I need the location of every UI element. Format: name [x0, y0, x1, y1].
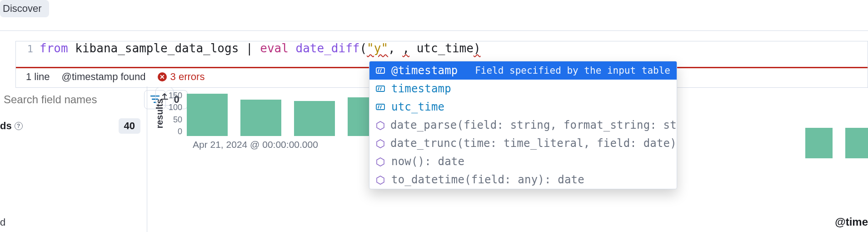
function-icon [376, 121, 385, 129]
fields-sidebar: 0 ds ? 40 d [0, 86, 147, 232]
help-icon[interactable]: ? [15, 122, 23, 130]
chart-xlabel: Apr 21, 2024 @ 00:00:00.000 [193, 139, 318, 150]
sep-1: , [388, 41, 395, 55]
cutoff-text: d [0, 217, 5, 228]
suggest-item[interactable]: to_datetime(field: any): date [369, 171, 677, 189]
time-field-label: @time [835, 216, 868, 228]
autocomplete-popover[interactable]: @timestamp Field specified by the input … [369, 61, 677, 189]
arg-1: "y" [367, 41, 388, 55]
suggest-item-selected[interactable]: @timestamp Field specified by the input … [369, 61, 677, 80]
suggest-label: timestamp [391, 82, 451, 95]
svg-rect-0 [376, 68, 384, 73]
ytick: 150 [169, 91, 182, 101]
suggest-label: date_trunc(time: time_literal, field: da… [390, 137, 677, 150]
suggest-label: date_parse(field: string, format_string:… [390, 119, 677, 131]
field-search-input[interactable] [0, 92, 140, 107]
field-icon [376, 103, 386, 111]
bar [187, 94, 228, 136]
suggest-label: now(): date [391, 155, 464, 168]
function-icon [376, 139, 385, 147]
suggest-item[interactable]: timestamp [369, 80, 677, 98]
bars-right-overflow [805, 113, 868, 158]
suggest-label: utc_time [391, 101, 444, 113]
breadcrumb-current[interactable]: Discover [0, 0, 49, 17]
top-bar: Discover [0, 0, 868, 31]
suggest-label: to_datetime(field: any): date [391, 173, 584, 186]
histogram-chart: results 150 100 50 0 [155, 91, 389, 136]
function-icon [376, 157, 386, 166]
suggest-description: Field specified by the input table [475, 65, 670, 76]
bar [805, 128, 833, 158]
paren-open: ( [359, 41, 367, 55]
suggest-item[interactable]: now(): date [369, 152, 677, 171]
arg-gap [395, 41, 403, 55]
svg-rect-1 [376, 86, 384, 91]
table-name: kibana_sample_data_logs [75, 41, 239, 55]
chart-ylabel: results [155, 99, 165, 129]
breadcrumb-label: Discover [3, 3, 42, 14]
error-count[interactable]: ✕ 3 errors [158, 71, 205, 83]
y-axis: 150 100 50 0 [169, 91, 182, 136]
field-search-row: 0 [0, 90, 147, 116]
status-lines: 1 line [26, 71, 50, 83]
keyword-from: from [40, 41, 68, 55]
svg-rect-2 [376, 104, 384, 110]
suggest-item[interactable]: date_parse(field: string, format_string:… [369, 116, 677, 134]
ytick: 50 [173, 115, 182, 125]
code-text[interactable]: from kibana_sample_data_logs | eval date… [40, 41, 481, 55]
fn-name: date_diff [296, 41, 360, 55]
suggest-item[interactable]: utc_time [369, 98, 677, 116]
function-icon [376, 176, 386, 184]
field-icon [376, 66, 386, 75]
fields-count-badge: 40 [119, 118, 140, 134]
status-timestamp-found: @timestamp found [62, 71, 146, 83]
bar [294, 101, 335, 136]
field-icon [376, 85, 386, 93]
error-label: 3 errors [170, 71, 205, 83]
arg-3: utc_time [409, 41, 474, 55]
suggest-item[interactable]: date_trunc(time: time_literal, field: da… [369, 134, 677, 152]
pipe-operator: | [239, 41, 260, 55]
paren-close: ) [474, 41, 481, 55]
error-icon: ✕ [158, 72, 167, 81]
ytick: 0 [178, 127, 182, 136]
available-fields-label: ds ? [0, 120, 23, 132]
bar [240, 100, 281, 136]
suggest-label: @timestamp [391, 64, 458, 77]
bar [845, 128, 868, 158]
available-fields-row[interactable]: ds ? 40 [0, 116, 147, 135]
bars [187, 91, 389, 136]
sep-2: , [402, 41, 409, 55]
line-number: 1 [16, 43, 40, 55]
keyword-eval: eval [260, 41, 289, 55]
ytick: 100 [169, 103, 182, 112]
